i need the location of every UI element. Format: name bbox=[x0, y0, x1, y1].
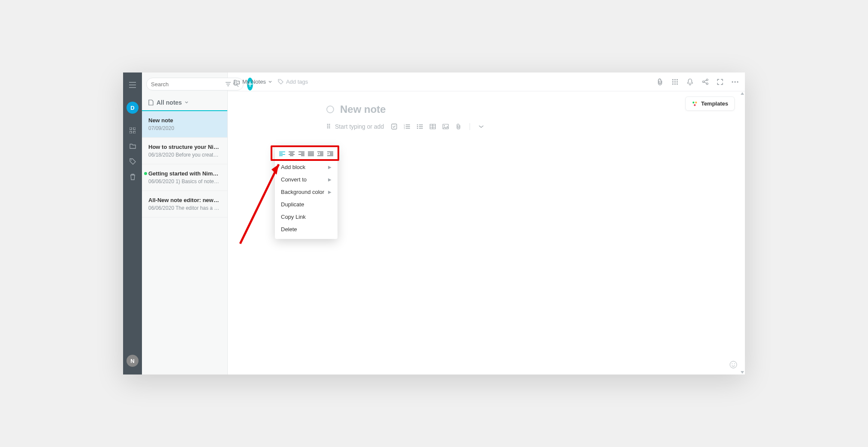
svg-point-20 bbox=[734, 81, 735, 82]
svg-rect-0 bbox=[130, 127, 132, 130]
svg-point-12 bbox=[677, 81, 678, 82]
scroll-up-icon[interactable] bbox=[741, 92, 744, 95]
hamburger-icon[interactable] bbox=[129, 81, 136, 89]
note-item[interactable]: All-New note editor: new… 06/06/2020 The… bbox=[142, 191, 227, 217]
caret-down-icon bbox=[268, 81, 272, 83]
svg-point-38 bbox=[732, 363, 732, 364]
workspace-avatar[interactable]: N bbox=[127, 355, 139, 367]
apps-icon[interactable] bbox=[671, 78, 679, 86]
more-tools-icon[interactable] bbox=[478, 123, 485, 130]
ordered-list-icon[interactable]: 123 bbox=[404, 123, 410, 130]
chevron-down-icon[interactable] bbox=[185, 101, 188, 104]
templates-button[interactable]: Templates bbox=[685, 97, 735, 111]
svg-rect-1 bbox=[133, 127, 136, 130]
menu-duplicate[interactable]: Duplicate bbox=[275, 198, 338, 211]
note-item-meta: 07/09/2020 bbox=[148, 125, 222, 131]
menu-add-block[interactable]: Add block▶ bbox=[275, 161, 338, 173]
indent-decrease-icon[interactable] bbox=[317, 151, 323, 157]
grid-icon[interactable] bbox=[129, 127, 136, 134]
tag-icon bbox=[278, 79, 283, 85]
attachment-inline-icon[interactable] bbox=[455, 123, 462, 130]
svg-point-36 bbox=[693, 104, 695, 106]
checkbox-icon[interactable] bbox=[391, 123, 398, 130]
share-icon[interactable] bbox=[701, 78, 709, 86]
note-item[interactable]: New note 07/09/2020 bbox=[142, 111, 227, 138]
templates-label: Templates bbox=[701, 100, 728, 107]
align-left-icon[interactable] bbox=[279, 151, 285, 157]
note-list-items: New note 07/09/2020 How to structure you… bbox=[142, 111, 227, 217]
title-row: New note bbox=[326, 103, 745, 115]
svg-rect-3 bbox=[133, 131, 136, 133]
svg-rect-2 bbox=[130, 131, 132, 133]
context-menu: Add block▶ Convert to▶ Background color▶… bbox=[275, 146, 338, 239]
folder-icon bbox=[234, 79, 240, 85]
note-item-title: New note bbox=[148, 117, 222, 124]
menu-background-color[interactable]: Background color▶ bbox=[275, 186, 338, 198]
align-justify-icon[interactable] bbox=[308, 151, 314, 157]
folder-icon[interactable] bbox=[129, 142, 136, 150]
svg-text:3: 3 bbox=[404, 127, 405, 129]
note-title[interactable]: New note bbox=[340, 103, 386, 115]
svg-point-27 bbox=[417, 126, 419, 127]
expand-icon[interactable] bbox=[716, 78, 724, 86]
note-item-meta: 06/18/2020 Before you creat… bbox=[148, 152, 222, 158]
menu-label: Delete bbox=[281, 226, 297, 233]
align-center-icon[interactable] bbox=[289, 151, 295, 157]
note-item[interactable]: How to structure your Ni… 06/18/2020 Bef… bbox=[142, 138, 227, 164]
align-right-icon[interactable] bbox=[298, 151, 304, 157]
topbar-actions bbox=[656, 78, 739, 86]
menu-label: Background color bbox=[281, 189, 324, 195]
svg-point-13 bbox=[672, 83, 674, 85]
menu-convert-to[interactable]: Convert to▶ bbox=[275, 173, 338, 186]
svg-point-6 bbox=[279, 80, 280, 81]
submenu-arrow-icon: ▶ bbox=[328, 177, 332, 182]
content-placeholder[interactable]: Start typing or add bbox=[335, 123, 384, 130]
note-page-icon bbox=[148, 100, 154, 106]
folder-name: My Notes bbox=[242, 79, 266, 85]
menu-delete[interactable]: Delete bbox=[275, 223, 338, 236]
svg-point-18 bbox=[706, 83, 708, 85]
note-item-title: All-New note editor: new… bbox=[148, 197, 222, 203]
svg-point-37 bbox=[730, 361, 737, 368]
editor-topbar: My Notes Add tags bbox=[228, 72, 745, 91]
tool-divider bbox=[470, 123, 470, 130]
user-avatar[interactable]: D bbox=[127, 102, 139, 114]
more-icon[interactable] bbox=[731, 78, 739, 86]
note-item[interactable]: Getting started with Nim… 06/06/2020 1) … bbox=[142, 164, 227, 191]
scroll-down-icon[interactable] bbox=[741, 371, 744, 374]
svg-point-21 bbox=[737, 81, 738, 82]
trash-icon[interactable] bbox=[129, 173, 136, 181]
menu-label: Add block bbox=[281, 164, 305, 170]
rail-nav-group bbox=[129, 127, 136, 181]
menu-copy-link[interactable]: Copy Link bbox=[275, 211, 338, 223]
search-input[interactable] bbox=[151, 81, 223, 88]
attachment-icon[interactable] bbox=[656, 78, 664, 86]
menu-label: Duplicate bbox=[281, 201, 304, 208]
folder-breadcrumb[interactable]: My Notes bbox=[234, 79, 272, 85]
editor-scrollbar[interactable] bbox=[741, 91, 745, 375]
svg-point-34 bbox=[692, 101, 694, 103]
bullet-list-icon[interactable] bbox=[416, 123, 423, 130]
bell-icon[interactable] bbox=[686, 78, 694, 86]
emoji-icon[interactable] bbox=[729, 361, 737, 368]
image-icon[interactable] bbox=[442, 123, 449, 130]
svg-point-31 bbox=[444, 125, 445, 126]
status-circle[interactable] bbox=[326, 106, 334, 113]
tag-icon[interactable] bbox=[129, 157, 136, 165]
svg-point-17 bbox=[702, 81, 704, 83]
note-list-header[interactable]: All notes bbox=[142, 95, 227, 111]
table-icon[interactable] bbox=[429, 123, 436, 130]
note-list-panel: All notes New note 07/09/2020 How to str… bbox=[142, 72, 228, 375]
add-tags[interactable]: Add tags bbox=[278, 79, 308, 85]
svg-point-8 bbox=[675, 79, 676, 80]
svg-point-7 bbox=[672, 79, 674, 80]
drag-handle-icon[interactable]: ⠿ bbox=[326, 123, 331, 130]
svg-point-16 bbox=[706, 79, 708, 81]
content-placeholder-row: ⠿ Start typing or add 123 bbox=[333, 123, 745, 130]
left-rail: D N bbox=[123, 72, 142, 375]
editor-area: New note ⠿ Start typing or add 123 bbox=[228, 91, 745, 375]
main-pane: My Notes Add tags New note bbox=[228, 72, 745, 375]
svg-point-15 bbox=[677, 83, 678, 85]
note-item-title: How to structure your Ni… bbox=[148, 144, 222, 150]
indent-increase-icon[interactable] bbox=[327, 151, 333, 157]
